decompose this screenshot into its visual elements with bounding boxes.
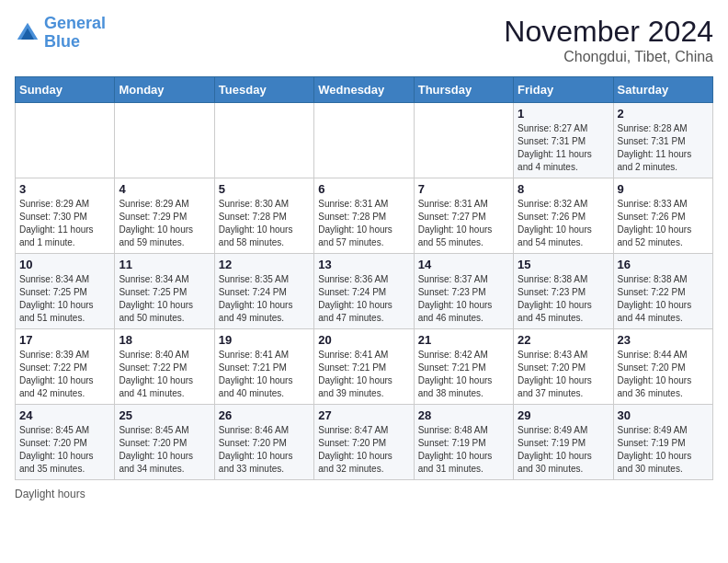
calendar-cell: 30Sunrise: 8:49 AM Sunset: 7:19 PM Dayli… (613, 405, 712, 480)
day-info: Sunrise: 8:46 AM Sunset: 7:20 PM Dayligh… (219, 424, 310, 476)
calendar-day-header: Tuesday (214, 77, 313, 103)
day-info: Sunrise: 8:36 AM Sunset: 7:24 PM Dayligh… (318, 273, 409, 325)
page-header: General Blue November 2024 Chongdui, Tib… (15, 15, 713, 65)
day-info: Sunrise: 8:43 AM Sunset: 7:20 PM Dayligh… (518, 349, 609, 400)
calendar-cell: 22Sunrise: 8:43 AM Sunset: 7:20 PM Dayli… (514, 329, 613, 405)
day-number: 8 (518, 182, 609, 196)
day-number: 7 (418, 182, 509, 196)
calendar-cell: 29Sunrise: 8:49 AM Sunset: 7:19 PM Dayli… (514, 405, 613, 480)
calendar-cell: 26Sunrise: 8:46 AM Sunset: 7:20 PM Dayli… (214, 405, 313, 480)
calendar-cell: 24Sunrise: 8:45 AM Sunset: 7:20 PM Dayli… (16, 405, 115, 480)
subtitle: Chongdui, Tibet, China (504, 49, 713, 65)
day-number: 22 (518, 333, 609, 347)
day-info: Sunrise: 8:34 AM Sunset: 7:25 PM Dayligh… (119, 273, 210, 325)
calendar-header-row: SundayMondayTuesdayWednesdayThursdayFrid… (16, 77, 713, 103)
calendar-cell: 15Sunrise: 8:38 AM Sunset: 7:23 PM Dayli… (514, 254, 613, 329)
day-info: Sunrise: 8:40 AM Sunset: 7:22 PM Dayligh… (119, 349, 210, 400)
day-number: 21 (418, 333, 509, 347)
day-number: 30 (618, 408, 709, 422)
day-number: 6 (318, 182, 409, 196)
calendar-cell: 17Sunrise: 8:39 AM Sunset: 7:22 PM Dayli… (16, 329, 115, 405)
logo-icon (15, 20, 40, 46)
calendar-day-header: Monday (115, 77, 214, 103)
day-info: Sunrise: 8:37 AM Sunset: 7:23 PM Dayligh… (418, 273, 509, 325)
calendar-cell: 7Sunrise: 8:31 AM Sunset: 7:27 PM Daylig… (414, 178, 513, 254)
day-info: Sunrise: 8:39 AM Sunset: 7:22 PM Dayligh… (19, 349, 110, 400)
day-info: Sunrise: 8:49 AM Sunset: 7:19 PM Dayligh… (618, 424, 709, 476)
calendar-day-header: Wednesday (314, 77, 414, 103)
calendar-week-row: 1Sunrise: 8:27 AM Sunset: 7:31 PM Daylig… (16, 103, 713, 178)
day-number: 19 (219, 333, 310, 347)
day-number: 29 (518, 408, 609, 422)
day-info: Sunrise: 8:48 AM Sunset: 7:19 PM Dayligh… (418, 424, 509, 476)
calendar-week-row: 10Sunrise: 8:34 AM Sunset: 7:25 PM Dayli… (16, 254, 713, 329)
calendar-cell: 4Sunrise: 8:29 AM Sunset: 7:29 PM Daylig… (115, 178, 214, 254)
day-info: Sunrise: 8:49 AM Sunset: 7:19 PM Dayligh… (518, 424, 609, 476)
logo: General Blue (15, 15, 106, 52)
calendar-cell: 16Sunrise: 8:38 AM Sunset: 7:22 PM Dayli… (613, 254, 712, 329)
calendar-cell: 14Sunrise: 8:37 AM Sunset: 7:23 PM Dayli… (414, 254, 513, 329)
day-number: 16 (618, 258, 709, 271)
logo-text: General Blue (44, 15, 106, 52)
day-info: Sunrise: 8:29 AM Sunset: 7:30 PM Dayligh… (19, 198, 110, 249)
day-number: 5 (219, 182, 310, 196)
day-info: Sunrise: 8:41 AM Sunset: 7:21 PM Dayligh… (318, 349, 409, 400)
calendar-day-header: Saturday (613, 77, 712, 103)
day-info: Sunrise: 8:41 AM Sunset: 7:21 PM Dayligh… (219, 349, 310, 400)
day-number: 23 (618, 333, 709, 347)
calendar-cell (414, 103, 513, 178)
calendar-cell: 28Sunrise: 8:48 AM Sunset: 7:19 PM Dayli… (414, 405, 513, 480)
calendar-cell: 3Sunrise: 8:29 AM Sunset: 7:30 PM Daylig… (16, 178, 115, 254)
day-number: 18 (119, 333, 210, 347)
day-number: 17 (19, 333, 110, 347)
day-info: Sunrise: 8:33 AM Sunset: 7:26 PM Dayligh… (618, 198, 709, 249)
calendar-cell: 23Sunrise: 8:44 AM Sunset: 7:20 PM Dayli… (613, 329, 712, 405)
day-number: 12 (219, 258, 310, 271)
day-number: 11 (119, 258, 210, 271)
calendar-cell: 18Sunrise: 8:40 AM Sunset: 7:22 PM Dayli… (115, 329, 214, 405)
day-info: Sunrise: 8:42 AM Sunset: 7:21 PM Dayligh… (418, 349, 509, 400)
day-info: Sunrise: 8:47 AM Sunset: 7:20 PM Dayligh… (318, 424, 409, 476)
day-number: 24 (19, 408, 110, 422)
calendar-day-header: Thursday (414, 77, 513, 103)
day-number: 4 (119, 182, 210, 196)
calendar-week-row: 17Sunrise: 8:39 AM Sunset: 7:22 PM Dayli… (16, 329, 713, 405)
calendar-cell: 27Sunrise: 8:47 AM Sunset: 7:20 PM Dayli… (314, 405, 414, 480)
day-info: Sunrise: 8:38 AM Sunset: 7:22 PM Dayligh… (618, 273, 709, 325)
calendar-cell: 5Sunrise: 8:30 AM Sunset: 7:28 PM Daylig… (214, 178, 313, 254)
footer: Daylight hours (15, 488, 713, 500)
calendar-cell: 8Sunrise: 8:32 AM Sunset: 7:26 PM Daylig… (514, 178, 613, 254)
calendar-cell: 12Sunrise: 8:35 AM Sunset: 7:24 PM Dayli… (214, 254, 313, 329)
day-info: Sunrise: 8:31 AM Sunset: 7:28 PM Dayligh… (318, 198, 409, 249)
day-info: Sunrise: 8:31 AM Sunset: 7:27 PM Dayligh… (418, 198, 509, 249)
day-info: Sunrise: 8:29 AM Sunset: 7:29 PM Dayligh… (119, 198, 210, 249)
logo-line1: General (44, 14, 106, 32)
day-number: 20 (318, 333, 409, 347)
day-info: Sunrise: 8:44 AM Sunset: 7:20 PM Dayligh… (618, 349, 709, 400)
calendar-week-row: 24Sunrise: 8:45 AM Sunset: 7:20 PM Dayli… (16, 405, 713, 480)
day-number: 3 (19, 182, 110, 196)
day-number: 26 (219, 408, 310, 422)
calendar-cell: 6Sunrise: 8:31 AM Sunset: 7:28 PM Daylig… (314, 178, 414, 254)
day-number: 10 (19, 258, 110, 271)
calendar-day-header: Friday (514, 77, 613, 103)
title-area: November 2024 Chongdui, Tibet, China (504, 15, 713, 65)
calendar-cell: 19Sunrise: 8:41 AM Sunset: 7:21 PM Dayli… (214, 329, 313, 405)
day-number: 2 (618, 107, 709, 121)
day-info: Sunrise: 8:38 AM Sunset: 7:23 PM Dayligh… (518, 273, 609, 325)
day-info: Sunrise: 8:35 AM Sunset: 7:24 PM Dayligh… (219, 273, 310, 325)
day-info: Sunrise: 8:28 AM Sunset: 7:31 PM Dayligh… (618, 122, 709, 174)
calendar-cell (314, 103, 414, 178)
day-info: Sunrise: 8:45 AM Sunset: 7:20 PM Dayligh… (19, 424, 110, 476)
calendar-cell: 13Sunrise: 8:36 AM Sunset: 7:24 PM Dayli… (314, 254, 414, 329)
daylight-label: Daylight hours (15, 488, 85, 500)
day-number: 25 (119, 408, 210, 422)
calendar-cell: 20Sunrise: 8:41 AM Sunset: 7:21 PM Dayli… (314, 329, 414, 405)
calendar-week-row: 3Sunrise: 8:29 AM Sunset: 7:30 PM Daylig… (16, 178, 713, 254)
calendar-cell: 10Sunrise: 8:34 AM Sunset: 7:25 PM Dayli… (16, 254, 115, 329)
day-number: 28 (418, 408, 509, 422)
calendar-cell: 2Sunrise: 8:28 AM Sunset: 7:31 PM Daylig… (613, 103, 712, 178)
calendar-cell (115, 103, 214, 178)
calendar-cell (16, 103, 115, 178)
day-number: 15 (518, 258, 609, 271)
